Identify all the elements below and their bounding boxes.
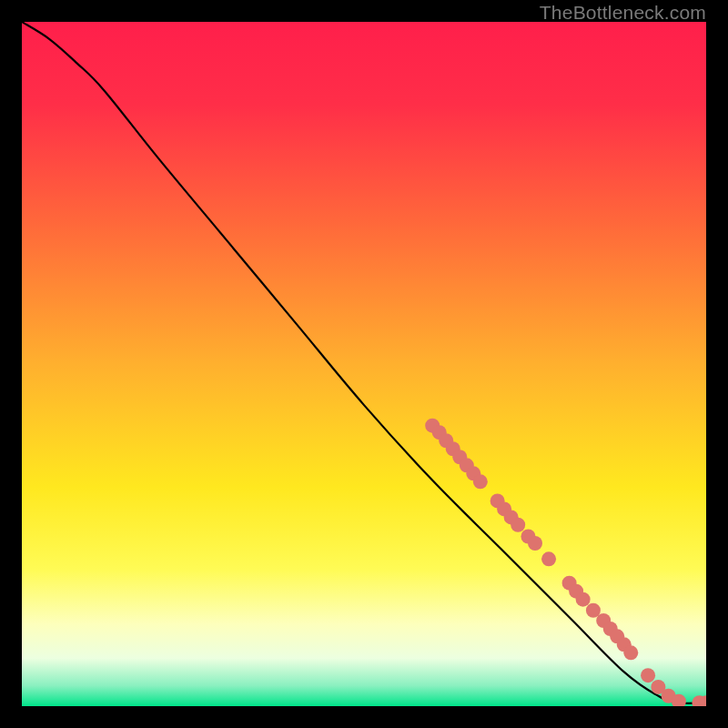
chart-marker (473, 474, 488, 489)
chart-background (22, 22, 706, 706)
chart-marker (641, 668, 655, 682)
chart-plot (22, 22, 706, 706)
chart-marker (623, 645, 638, 660)
chart-marker (586, 603, 601, 618)
chart-marker (528, 536, 542, 551)
chart-marker (576, 592, 591, 607)
chart-marker (541, 551, 556, 566)
watermark-label: TheBottleneck.com (540, 2, 706, 24)
chart-frame (22, 22, 706, 706)
chart-marker (511, 518, 525, 532)
